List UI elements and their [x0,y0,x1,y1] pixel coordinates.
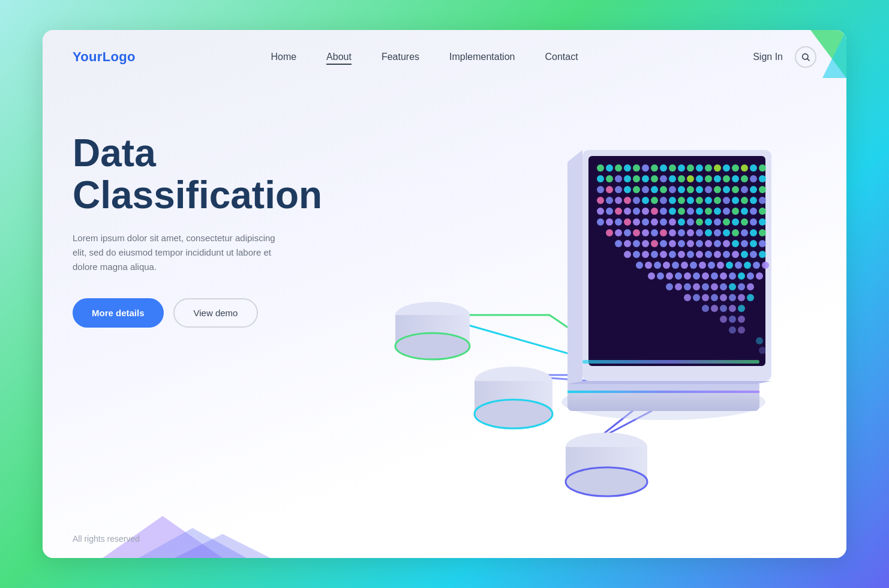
svg-point-192 [744,262,751,269]
svg-point-161 [741,240,748,247]
svg-rect-238 [582,360,759,364]
svg-point-200 [693,272,700,280]
svg-point-147 [615,240,622,247]
svg-point-160 [732,240,739,247]
svg-point-71 [759,186,766,193]
nav-implementation[interactable]: Implementation [449,52,515,62]
svg-point-57 [633,186,640,193]
svg-marker-11 [567,150,582,384]
svg-point-83 [696,197,703,204]
svg-point-54 [606,186,613,193]
svg-point-226 [702,305,709,312]
svg-point-141 [714,229,721,236]
svg-point-100 [678,208,685,215]
hero-description: Lorem ipsum dolor sit amet, consectetur … [73,231,289,274]
svg-point-122 [705,218,712,226]
svg-point-88 [741,197,748,204]
svg-point-144 [741,229,748,236]
svg-point-235 [738,326,745,334]
svg-point-79 [660,197,667,204]
svg-point-111 [606,218,613,226]
svg-point-50 [741,175,748,182]
nav-right: Sign In [753,46,816,68]
svg-point-204 [729,272,736,280]
illustration-svg [325,108,816,528]
svg-point-63 [687,186,694,193]
svg-point-127 [750,218,757,226]
svg-point-87 [732,197,739,204]
svg-point-59 [651,186,658,193]
svg-point-140 [705,229,712,236]
svg-rect-10 [567,391,759,393]
svg-point-99 [669,208,676,215]
svg-point-51 [750,175,757,182]
svg-point-142 [723,229,730,236]
svg-point-194 [762,262,769,269]
view-demo-button[interactable]: View demo [173,298,259,328]
more-details-button[interactable]: More details [73,298,164,328]
svg-point-176 [732,251,739,258]
svg-point-85 [714,197,721,204]
svg-point-77 [642,197,649,204]
svg-point-223 [729,294,736,301]
svg-point-222 [720,294,727,301]
svg-point-152 [660,240,667,247]
svg-point-198 [675,272,682,280]
svg-point-143 [732,229,739,236]
svg-point-228 [720,305,727,312]
svg-point-162 [750,240,757,247]
svg-point-232 [729,316,736,323]
svg-point-145 [750,229,757,236]
navbar: YourLogo Home About Features Implementat… [43,30,846,84]
svg-point-24 [678,164,685,172]
svg-point-195 [648,272,655,280]
sign-in-link[interactable]: Sign In [753,52,783,62]
svg-point-218 [684,294,691,301]
svg-point-175 [723,251,730,258]
svg-point-38 [633,175,640,182]
search-button[interactable] [795,46,816,68]
svg-point-18 [624,164,631,172]
svg-point-96 [642,208,649,215]
hero-buttons: More details View demo [73,298,325,328]
svg-point-169 [669,251,676,258]
svg-point-101 [687,208,694,215]
svg-point-153 [669,240,676,247]
svg-point-190 [726,262,733,269]
svg-point-109 [759,208,766,215]
svg-point-123 [714,218,721,226]
svg-point-40 [651,175,658,182]
main-card: YourLogo Home About Features Implementat… [43,30,846,558]
svg-point-95 [633,208,640,215]
svg-point-116 [651,218,658,226]
svg-point-172 [696,251,703,258]
hero-illustration [325,108,816,528]
svg-point-72 [597,197,604,204]
svg-point-199 [684,272,691,280]
svg-point-124 [723,218,730,226]
svg-point-110 [597,218,604,226]
svg-point-68 [732,186,739,193]
hero-section: Data Classification Lorem ipsum dolor si… [43,84,846,558]
svg-point-151 [651,240,658,247]
svg-point-67 [723,186,730,193]
svg-point-47 [714,175,721,182]
svg-point-158 [714,240,721,247]
svg-point-171 [687,251,694,258]
svg-point-210 [684,283,691,290]
svg-point-206 [747,272,754,280]
svg-point-197 [666,272,673,280]
nav-about[interactable]: About [326,52,352,62]
svg-point-15 [597,164,604,172]
nav-features[interactable]: Features [382,52,419,62]
nav-home[interactable]: Home [271,52,296,62]
nav-contact[interactable]: Contact [545,52,578,62]
svg-point-130 [615,229,622,236]
svg-point-225 [747,294,754,301]
svg-point-126 [741,218,748,226]
svg-point-26 [696,164,703,172]
svg-point-214 [720,283,727,290]
svg-point-234 [729,326,736,334]
svg-point-16 [606,164,613,172]
svg-point-221 [711,294,718,301]
